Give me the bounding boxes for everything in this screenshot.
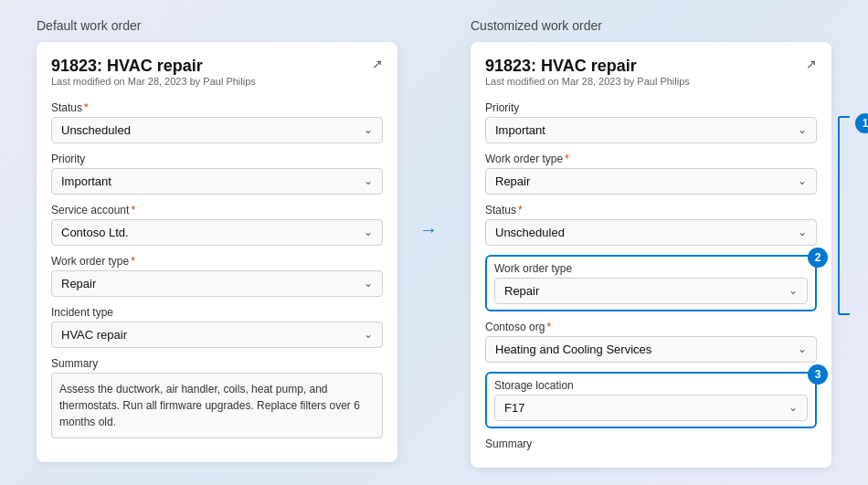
customized-card-subtitle: Last modified on Mar 28, 2023 by Paul Ph… xyxy=(485,76,690,87)
cust-workorder-type-field: Work order type * Repair ⌄ xyxy=(485,153,817,195)
default-card-header: 91823: HVAC repair Last modified on Mar … xyxy=(51,57,383,98)
chevron-down-icon: ⌄ xyxy=(789,284,798,297)
cust-status-label: Status * xyxy=(485,204,817,216)
default-incident-type-field: Incident type HVAC repair ⌄ xyxy=(51,306,383,348)
cust-h1-label: Work order type xyxy=(494,262,808,275)
arrow-connector: → xyxy=(419,18,449,240)
external-link-icon[interactable]: ↗ xyxy=(372,57,383,71)
cust-h1-select[interactable]: Repair ⌄ xyxy=(494,278,808,304)
default-status-select[interactable]: Unscheduled ⌄ xyxy=(51,117,383,143)
chevron-down-icon: ⌄ xyxy=(789,401,798,414)
default-summary-text: Assess the ductwork, air handler, coils,… xyxy=(51,373,383,438)
customized-section-title: Customized work order xyxy=(471,18,831,33)
chevron-down-icon: ⌄ xyxy=(364,328,373,341)
chevron-down-icon: ⌄ xyxy=(364,123,373,136)
bracket-svg xyxy=(837,115,864,316)
default-priority-label: Priority xyxy=(51,153,383,165)
default-section: Default work order 91823: HVAC repair La… xyxy=(37,18,397,462)
default-workorder-type-label: Work order type * xyxy=(51,255,383,268)
chevron-down-icon: ⌄ xyxy=(798,226,807,238)
cust-status-field: Status * Unscheduled ⌄ xyxy=(485,204,817,246)
default-card: 91823: HVAC repair Last modified on Mar … xyxy=(37,42,397,462)
chevron-down-icon: ⌄ xyxy=(798,343,807,355)
cust-workorder-type-select[interactable]: Repair ⌄ xyxy=(485,168,817,195)
cust-contoso-select[interactable]: Heating and Cooling Services ⌄ xyxy=(485,336,817,363)
cust-highlighted-workorder-type: 2 Work order type Repair ⌄ xyxy=(485,255,817,311)
badge-3: 3 xyxy=(808,364,828,385)
cust-status-select[interactable]: Unscheduled ⌄ xyxy=(485,219,817,246)
customized-card: 91823: HVAC repair Last modified on Mar … xyxy=(471,42,831,468)
chevron-down-icon: ⌄ xyxy=(798,123,807,136)
cust-h2-label: Storage location xyxy=(494,379,808,392)
default-priority-select[interactable]: Important ⌄ xyxy=(51,168,383,195)
default-workorder-type-select[interactable]: Repair ⌄ xyxy=(51,270,383,297)
default-workorder-type-field: Work order type * Repair ⌄ xyxy=(51,255,383,297)
cust-contoso-field: Contoso org * Heating and Cooling Servic… xyxy=(485,321,817,363)
default-summary-label: Summary xyxy=(51,357,383,370)
customized-section: Customized work order 91823: HVAC repair… xyxy=(471,18,831,468)
default-service-account-label: Service account * xyxy=(51,204,383,216)
badge-1: 1 xyxy=(855,113,868,133)
cust-summary-label: Summary xyxy=(485,438,817,450)
cust-contoso-label: Contoso org * xyxy=(485,321,817,333)
default-status-field: Status * Unscheduled ⌄ xyxy=(51,101,383,143)
default-priority-field: Priority Important ⌄ xyxy=(51,153,383,195)
arrow-icon: → xyxy=(419,219,449,240)
default-status-label: Status * xyxy=(51,101,383,114)
default-incident-type-select[interactable]: HVAC repair ⌄ xyxy=(51,322,383,348)
chevron-down-icon: ⌄ xyxy=(798,174,807,187)
chevron-down-icon: ⌄ xyxy=(364,226,373,238)
cust-priority-label: Priority xyxy=(485,101,817,114)
default-card-title: 91823: HVAC repair xyxy=(51,57,256,76)
default-service-account-field: Service account * Contoso Ltd. ⌄ xyxy=(51,204,383,246)
default-section-title: Default work order xyxy=(37,18,397,33)
chevron-down-icon: ⌄ xyxy=(364,277,373,290)
default-service-account-select[interactable]: Contoso Ltd. ⌄ xyxy=(51,219,383,246)
external-link-icon[interactable]: ↗ xyxy=(806,57,817,71)
cust-workorder-type-label: Work order type * xyxy=(485,153,817,165)
customized-card-title: 91823: HVAC repair xyxy=(485,57,690,76)
default-incident-type-label: Incident type xyxy=(51,306,383,319)
badge-2: 2 xyxy=(808,248,828,268)
customized-card-header: 91823: HVAC repair Last modified on Mar … xyxy=(485,57,817,98)
cust-priority-field: Priority Important ⌄ xyxy=(485,101,817,143)
cust-highlighted-storage: 3 Storage location F17 ⌄ xyxy=(485,372,817,428)
default-card-subtitle: Last modified on Mar 28, 2023 by Paul Ph… xyxy=(51,76,256,87)
cust-priority-select[interactable]: Important ⌄ xyxy=(485,117,817,143)
customized-card-container: 91823: HVAC repair Last modified on Mar … xyxy=(471,42,831,468)
cust-h2-select[interactable]: F17 ⌄ xyxy=(494,395,808,421)
chevron-down-icon: ⌄ xyxy=(364,174,373,187)
default-summary-field: Summary Assess the ductwork, air handler… xyxy=(51,357,383,438)
